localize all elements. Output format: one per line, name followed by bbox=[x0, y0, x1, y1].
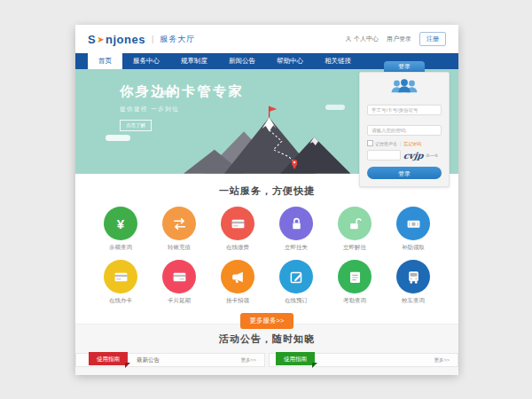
register-button[interactable]: 注册 bbox=[419, 32, 446, 46]
service-item-transfer[interactable]: 转账充值 bbox=[150, 207, 208, 252]
announcements-section: 活动公告，随时知晓 使用指南 最新公告 更多>> 使用指南 更多>> bbox=[75, 324, 458, 375]
hero-text: 你身边的卡管专家 提供捷径 一步到位 点击了解 bbox=[120, 83, 244, 131]
more-link-left[interactable]: 更多>> bbox=[241, 357, 256, 364]
logo-arrow-icon: ➤ bbox=[97, 35, 105, 44]
service-item-online-booking[interactable]: 在线预订 bbox=[267, 260, 325, 305]
unlock-icon bbox=[338, 207, 372, 240]
list-icon bbox=[338, 260, 372, 293]
user-icon bbox=[345, 35, 352, 43]
user-login-link[interactable]: 用户登录 bbox=[387, 35, 411, 43]
hero-subtitle: 提供捷径 一步到位 bbox=[120, 106, 244, 113]
card-icon bbox=[162, 260, 196, 293]
users-icon bbox=[389, 78, 419, 93]
captcha-image[interactable]: cvjp bbox=[403, 151, 424, 160]
edit-icon bbox=[279, 260, 313, 293]
forgot-password-link[interactable]: 忘记密码 bbox=[403, 141, 421, 146]
service-item-apply-card[interactable]: 在线办卡 bbox=[91, 260, 150, 305]
service-item-attendance[interactable]: 考勤查询 bbox=[325, 260, 384, 305]
hero-cta-button[interactable]: 点击了解 bbox=[120, 120, 152, 131]
login-tab[interactable]: 登录 bbox=[384, 61, 425, 72]
lock-icon bbox=[279, 207, 313, 240]
remember-label: 记住用户名 bbox=[375, 141, 397, 146]
nav-item-help-center[interactable]: 帮助中心 bbox=[266, 53, 314, 69]
username-input[interactable] bbox=[367, 105, 442, 115]
login-panel: 登录 记住用户名 | 忘记密码 cvjp 换一张 bbox=[359, 61, 450, 187]
logo-text-rest: njones bbox=[106, 33, 145, 46]
banknote-icon bbox=[396, 207, 430, 240]
personal-center-link[interactable]: 个人中心 bbox=[345, 35, 379, 43]
service-item-balance[interactable]: ¥ 余额查询 bbox=[91, 207, 150, 252]
service-item-unlock[interactable]: 立即解挂 bbox=[325, 207, 384, 252]
service-item-found-card[interactable]: 拾卡招领 bbox=[208, 260, 267, 305]
transfer-icon bbox=[162, 207, 196, 240]
service-item-card-renew[interactable]: 卡片延期 bbox=[150, 260, 208, 305]
card-icon bbox=[104, 260, 137, 293]
nav-item-rules[interactable]: 规章制度 bbox=[170, 53, 218, 69]
services-grid: ¥ 余额查询 转账充值 在线缴费 立即挂失 bbox=[91, 207, 442, 305]
tab-latest-news[interactable]: 最新公告 bbox=[137, 356, 160, 364]
remember-checkbox[interactable] bbox=[367, 140, 373, 146]
service-item-subsidy[interactable]: 补助领取 bbox=[384, 207, 442, 252]
services-section: 一站服务，方便快捷 ¥ 余额查询 转账充值 在线缴费 bbox=[75, 174, 458, 324]
more-link-right[interactable]: 更多>> bbox=[434, 357, 450, 364]
guide-panel-left: 使用指南 最新公告 更多>> bbox=[75, 353, 265, 367]
nav-item-service-center[interactable]: 服务中心 bbox=[122, 53, 170, 69]
yen-icon: ¥ bbox=[104, 207, 137, 240]
header-divider: | bbox=[152, 35, 153, 43]
guide-panel-right: 使用指南 更多>> bbox=[269, 353, 458, 367]
captcha-refresh-link[interactable]: 换一张 bbox=[426, 153, 439, 158]
tab-usage-guide[interactable]: 使用指南 bbox=[89, 352, 128, 365]
captcha-input[interactable] bbox=[367, 150, 401, 160]
password-input[interactable] bbox=[367, 125, 442, 136]
logo-text: S bbox=[88, 33, 96, 46]
product-name: 服务大厅 bbox=[160, 34, 195, 45]
service-item-report-loss[interactable]: 立即挂失 bbox=[267, 207, 325, 252]
header: S➤njones | 服务大厅 个人中心 用户登录 注册 bbox=[75, 25, 458, 53]
service-item-school-bus[interactable]: 校车查询 bbox=[384, 260, 442, 305]
megaphone-icon bbox=[221, 260, 254, 293]
page: S➤njones | 服务大厅 个人中心 用户登录 注册 首页 服务中心 规章制… bbox=[75, 25, 458, 374]
bus-icon bbox=[396, 260, 430, 293]
hero-title: 你身边的卡管专家 bbox=[120, 83, 244, 100]
login-submit-button[interactable]: 登录 bbox=[367, 167, 442, 179]
logo[interactable]: S➤njones bbox=[88, 33, 145, 46]
cloud-shape bbox=[106, 135, 130, 141]
nav-item-home[interactable]: 首页 bbox=[88, 53, 122, 69]
card-icon bbox=[221, 207, 254, 240]
nav-item-news[interactable]: 新闻公告 bbox=[218, 53, 266, 69]
tab-usage-guide-right[interactable]: 使用指南 bbox=[276, 352, 315, 365]
more-services-button[interactable]: 更多服务>> bbox=[240, 313, 294, 329]
header-right: 个人中心 用户登录 注册 bbox=[345, 32, 446, 46]
service-item-pay[interactable]: 在线缴费 bbox=[208, 207, 267, 252]
nav-item-links[interactable]: 相关链接 bbox=[314, 53, 362, 69]
hero-banner: 你身边的卡管专家 提供捷径 一步到位 点击了解 登录 bbox=[75, 69, 458, 174]
